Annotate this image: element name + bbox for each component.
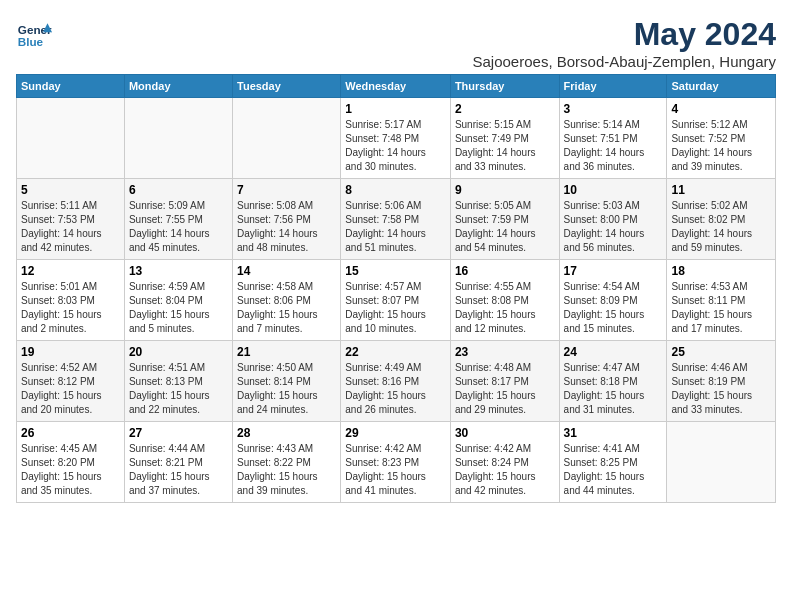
- calendar-cell: 27Sunrise: 4:44 AM Sunset: 8:21 PM Dayli…: [124, 422, 232, 503]
- day-info: Sunrise: 5:06 AM Sunset: 7:58 PM Dayligh…: [345, 199, 446, 255]
- day-number: 6: [129, 183, 228, 197]
- day-number: 7: [237, 183, 336, 197]
- location-subtitle: Sajooeroes, Borsod-Abauj-Zemplen, Hungar…: [473, 53, 777, 70]
- calendar-cell: 2Sunrise: 5:15 AM Sunset: 7:49 PM Daylig…: [450, 98, 559, 179]
- day-number: 9: [455, 183, 555, 197]
- calendar-cell: 1Sunrise: 5:17 AM Sunset: 7:48 PM Daylig…: [341, 98, 451, 179]
- calendar-cell: 17Sunrise: 4:54 AM Sunset: 8:09 PM Dayli…: [559, 260, 667, 341]
- day-info: Sunrise: 4:47 AM Sunset: 8:18 PM Dayligh…: [564, 361, 663, 417]
- day-number: 29: [345, 426, 446, 440]
- day-info: Sunrise: 4:41 AM Sunset: 8:25 PM Dayligh…: [564, 442, 663, 498]
- day-info: Sunrise: 4:43 AM Sunset: 8:22 PM Dayligh…: [237, 442, 336, 498]
- calendar-cell: 15Sunrise: 4:57 AM Sunset: 8:07 PM Dayli…: [341, 260, 451, 341]
- day-number: 12: [21, 264, 120, 278]
- day-number: 2: [455, 102, 555, 116]
- day-info: Sunrise: 5:17 AM Sunset: 7:48 PM Dayligh…: [345, 118, 446, 174]
- day-info: Sunrise: 5:02 AM Sunset: 8:02 PM Dayligh…: [671, 199, 771, 255]
- calendar-cell: 22Sunrise: 4:49 AM Sunset: 8:16 PM Dayli…: [341, 341, 451, 422]
- calendar-cell: 20Sunrise: 4:51 AM Sunset: 8:13 PM Dayli…: [124, 341, 232, 422]
- calendar-cell: 29Sunrise: 4:42 AM Sunset: 8:23 PM Dayli…: [341, 422, 451, 503]
- day-number: 24: [564, 345, 663, 359]
- day-number: 18: [671, 264, 771, 278]
- day-number: 28: [237, 426, 336, 440]
- day-info: Sunrise: 4:58 AM Sunset: 8:06 PM Dayligh…: [237, 280, 336, 336]
- weekday-header: Sunday: [17, 75, 125, 98]
- calendar-cell: [124, 98, 232, 179]
- day-number: 10: [564, 183, 663, 197]
- day-number: 17: [564, 264, 663, 278]
- day-number: 5: [21, 183, 120, 197]
- calendar-cell: 25Sunrise: 4:46 AM Sunset: 8:19 PM Dayli…: [667, 341, 776, 422]
- day-info: Sunrise: 4:49 AM Sunset: 8:16 PM Dayligh…: [345, 361, 446, 417]
- day-info: Sunrise: 5:12 AM Sunset: 7:52 PM Dayligh…: [671, 118, 771, 174]
- page-header: General Blue May 2024 Sajooeroes, Borsod…: [16, 16, 776, 70]
- weekday-header: Thursday: [450, 75, 559, 98]
- day-info: Sunrise: 4:46 AM Sunset: 8:19 PM Dayligh…: [671, 361, 771, 417]
- day-info: Sunrise: 5:09 AM Sunset: 7:55 PM Dayligh…: [129, 199, 228, 255]
- calendar-cell: 18Sunrise: 4:53 AM Sunset: 8:11 PM Dayli…: [667, 260, 776, 341]
- day-number: 19: [21, 345, 120, 359]
- day-info: Sunrise: 4:50 AM Sunset: 8:14 PM Dayligh…: [237, 361, 336, 417]
- calendar-cell: 26Sunrise: 4:45 AM Sunset: 8:20 PM Dayli…: [17, 422, 125, 503]
- day-info: Sunrise: 4:59 AM Sunset: 8:04 PM Dayligh…: [129, 280, 228, 336]
- day-number: 30: [455, 426, 555, 440]
- title-block: May 2024 Sajooeroes, Borsod-Abauj-Zemple…: [473, 16, 777, 70]
- day-number: 27: [129, 426, 228, 440]
- calendar-week-row: 1Sunrise: 5:17 AM Sunset: 7:48 PM Daylig…: [17, 98, 776, 179]
- calendar-week-row: 26Sunrise: 4:45 AM Sunset: 8:20 PM Dayli…: [17, 422, 776, 503]
- day-number: 23: [455, 345, 555, 359]
- day-info: Sunrise: 4:51 AM Sunset: 8:13 PM Dayligh…: [129, 361, 228, 417]
- day-number: 15: [345, 264, 446, 278]
- day-number: 22: [345, 345, 446, 359]
- calendar-week-row: 12Sunrise: 5:01 AM Sunset: 8:03 PM Dayli…: [17, 260, 776, 341]
- day-info: Sunrise: 4:42 AM Sunset: 8:23 PM Dayligh…: [345, 442, 446, 498]
- day-info: Sunrise: 4:42 AM Sunset: 8:24 PM Dayligh…: [455, 442, 555, 498]
- calendar-cell: 6Sunrise: 5:09 AM Sunset: 7:55 PM Daylig…: [124, 179, 232, 260]
- calendar-cell: 23Sunrise: 4:48 AM Sunset: 8:17 PM Dayli…: [450, 341, 559, 422]
- calendar-cell: [233, 98, 341, 179]
- weekday-header: Monday: [124, 75, 232, 98]
- day-info: Sunrise: 4:57 AM Sunset: 8:07 PM Dayligh…: [345, 280, 446, 336]
- calendar-cell: 9Sunrise: 5:05 AM Sunset: 7:59 PM Daylig…: [450, 179, 559, 260]
- calendar-cell: 12Sunrise: 5:01 AM Sunset: 8:03 PM Dayli…: [17, 260, 125, 341]
- calendar-cell: 21Sunrise: 4:50 AM Sunset: 8:14 PM Dayli…: [233, 341, 341, 422]
- day-info: Sunrise: 4:55 AM Sunset: 8:08 PM Dayligh…: [455, 280, 555, 336]
- logo-icon: General Blue: [16, 16, 52, 52]
- day-info: Sunrise: 5:15 AM Sunset: 7:49 PM Dayligh…: [455, 118, 555, 174]
- calendar-cell: 8Sunrise: 5:06 AM Sunset: 7:58 PM Daylig…: [341, 179, 451, 260]
- weekday-header: Tuesday: [233, 75, 341, 98]
- calendar-cell: 31Sunrise: 4:41 AM Sunset: 8:25 PM Dayli…: [559, 422, 667, 503]
- calendar-cell: 28Sunrise: 4:43 AM Sunset: 8:22 PM Dayli…: [233, 422, 341, 503]
- calendar-cell: 10Sunrise: 5:03 AM Sunset: 8:00 PM Dayli…: [559, 179, 667, 260]
- day-info: Sunrise: 5:14 AM Sunset: 7:51 PM Dayligh…: [564, 118, 663, 174]
- day-info: Sunrise: 4:45 AM Sunset: 8:20 PM Dayligh…: [21, 442, 120, 498]
- weekday-header: Saturday: [667, 75, 776, 98]
- calendar-cell: [667, 422, 776, 503]
- day-info: Sunrise: 5:01 AM Sunset: 8:03 PM Dayligh…: [21, 280, 120, 336]
- day-number: 1: [345, 102, 446, 116]
- calendar-cell: 4Sunrise: 5:12 AM Sunset: 7:52 PM Daylig…: [667, 98, 776, 179]
- day-number: 31: [564, 426, 663, 440]
- day-info: Sunrise: 5:08 AM Sunset: 7:56 PM Dayligh…: [237, 199, 336, 255]
- day-info: Sunrise: 4:52 AM Sunset: 8:12 PM Dayligh…: [21, 361, 120, 417]
- weekday-header: Friday: [559, 75, 667, 98]
- day-number: 25: [671, 345, 771, 359]
- day-number: 13: [129, 264, 228, 278]
- calendar-cell: 7Sunrise: 5:08 AM Sunset: 7:56 PM Daylig…: [233, 179, 341, 260]
- calendar-cell: 5Sunrise: 5:11 AM Sunset: 7:53 PM Daylig…: [17, 179, 125, 260]
- calendar-cell: 19Sunrise: 4:52 AM Sunset: 8:12 PM Dayli…: [17, 341, 125, 422]
- calendar-cell: 24Sunrise: 4:47 AM Sunset: 8:18 PM Dayli…: [559, 341, 667, 422]
- calendar-cell: 16Sunrise: 4:55 AM Sunset: 8:08 PM Dayli…: [450, 260, 559, 341]
- calendar-cell: 13Sunrise: 4:59 AM Sunset: 8:04 PM Dayli…: [124, 260, 232, 341]
- calendar-cell: 14Sunrise: 4:58 AM Sunset: 8:06 PM Dayli…: [233, 260, 341, 341]
- day-number: 14: [237, 264, 336, 278]
- day-info: Sunrise: 4:48 AM Sunset: 8:17 PM Dayligh…: [455, 361, 555, 417]
- day-number: 3: [564, 102, 663, 116]
- day-number: 20: [129, 345, 228, 359]
- day-number: 8: [345, 183, 446, 197]
- svg-text:Blue: Blue: [18, 35, 44, 48]
- day-number: 21: [237, 345, 336, 359]
- calendar-cell: 30Sunrise: 4:42 AM Sunset: 8:24 PM Dayli…: [450, 422, 559, 503]
- day-number: 4: [671, 102, 771, 116]
- day-info: Sunrise: 5:11 AM Sunset: 7:53 PM Dayligh…: [21, 199, 120, 255]
